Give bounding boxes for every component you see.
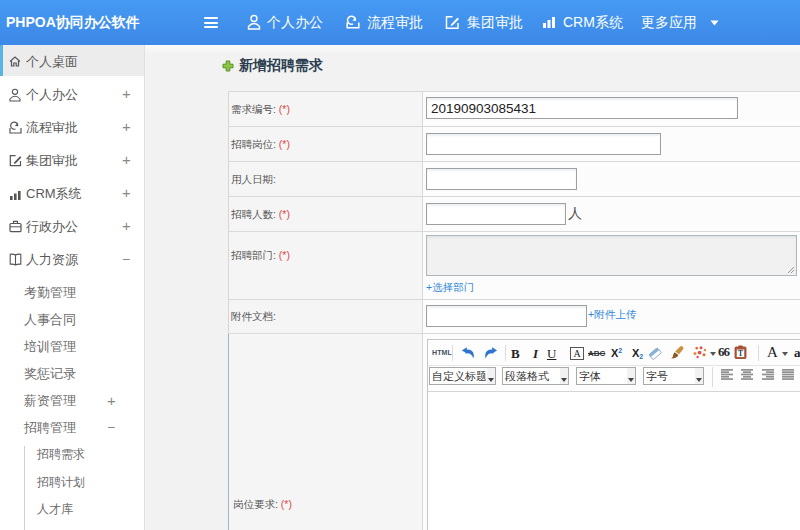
svg-text:T: T [738, 349, 743, 358]
